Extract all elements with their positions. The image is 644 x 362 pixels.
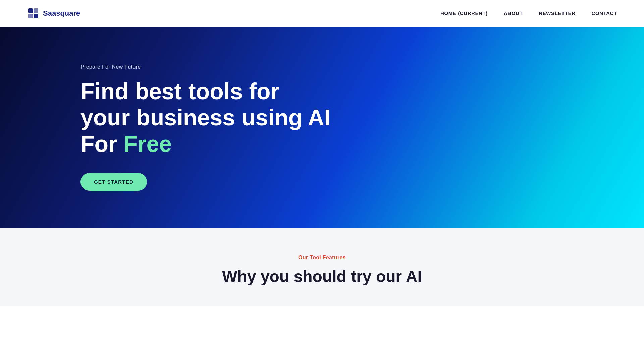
nav-links: HOME (CURRENT) ABOUT NEWSLETTER CONTACT: [440, 10, 617, 16]
nav-item-home[interactable]: HOME (CURRENT): [440, 10, 488, 16]
svg-rect-2: [28, 14, 33, 18]
hero-title-part1: Find best tools for your business using …: [80, 78, 331, 156]
hero-section: Prepare For New Future Find best tools f…: [0, 27, 644, 228]
logo-link[interactable]: Saasquare: [27, 7, 80, 20]
hero-title-highlight: Free: [123, 131, 172, 157]
nav-link-contact[interactable]: CONTACT: [592, 10, 617, 16]
logo-icon: [27, 7, 40, 20]
features-title: Why you should try our AI: [80, 267, 564, 286]
svg-rect-3: [34, 14, 38, 18]
get-started-button[interactable]: GET STARTED: [80, 173, 147, 191]
hero-content: Prepare For New Future Find best tools f…: [80, 64, 332, 191]
nav-link-newsletter[interactable]: NEWSLETTER: [539, 10, 575, 16]
svg-rect-0: [28, 8, 33, 13]
navbar: Saasquare HOME (CURRENT) ABOUT NEWSLETTE…: [0, 0, 644, 27]
features-section: Our Tool Features Why you should try our…: [0, 228, 644, 306]
hero-subtitle: Prepare For New Future: [80, 64, 332, 70]
nav-link-about[interactable]: ABOUT: [504, 10, 523, 16]
features-label: Our Tool Features: [80, 255, 564, 261]
nav-item-newsletter[interactable]: NEWSLETTER: [539, 10, 575, 16]
svg-rect-1: [34, 8, 38, 13]
nav-item-about[interactable]: ABOUT: [504, 10, 523, 16]
nav-link-home[interactable]: HOME (CURRENT): [440, 10, 488, 16]
logo-text: Saasquare: [43, 9, 80, 18]
nav-item-contact[interactable]: CONTACT: [592, 10, 617, 16]
hero-title: Find best tools for your business using …: [80, 78, 332, 157]
